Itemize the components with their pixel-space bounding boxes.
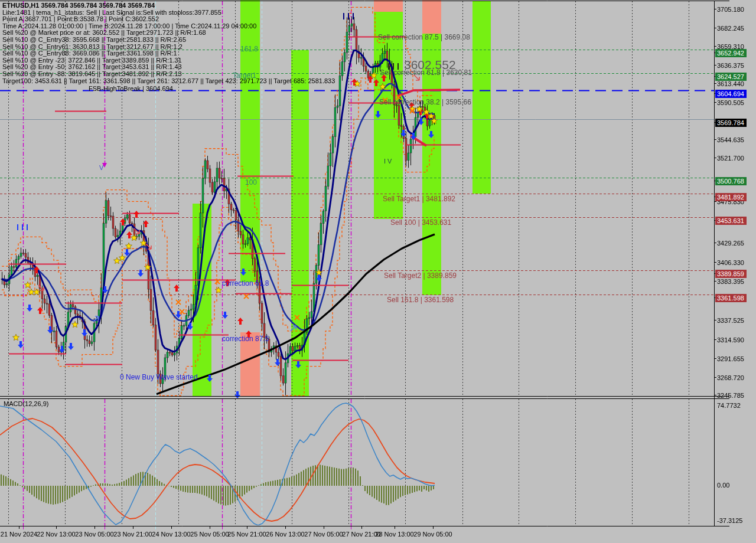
price-chart-canvas[interactable]: [0, 0, 756, 543]
macd-scale-max: 74.7732: [717, 402, 741, 409]
trading-terminal: ETHUSD,H1 3569.784 3569.784 3569.784 356…: [0, 0, 756, 543]
macd-scale-min: -37.3125: [717, 517, 742, 524]
macd-scale-zero: 0.00: [717, 482, 729, 489]
fsb-breakout-label: FSB-HighToBreak | 3604.694: [89, 86, 173, 92]
macd-indicator-label: MACD(12,26,9): [4, 401, 48, 407]
